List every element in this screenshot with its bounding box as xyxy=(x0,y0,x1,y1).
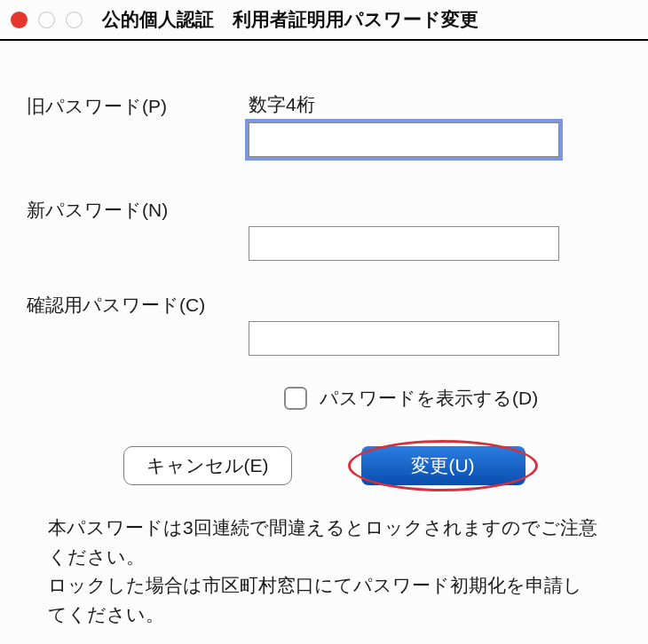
close-window-button[interactable] xyxy=(11,12,28,28)
confirm-password-row: 確認用パスワード(C) xyxy=(27,291,621,356)
submit-button[interactable]: 変更(U) xyxy=(361,446,526,485)
new-password-field-wrap xyxy=(249,196,621,261)
confirm-password-label: 確認用パスワード(C) xyxy=(27,291,249,318)
minimize-window-button[interactable] xyxy=(38,12,55,28)
window-title: 公的個人認証 利用者証明用パスワード変更 xyxy=(102,7,478,32)
notice-line-1: 本パスワードは3回連続で間違えるとロックされますのでご注意ください。 xyxy=(48,514,600,571)
old-password-helper: 数字4桁 xyxy=(249,92,621,117)
confirm-password-field-wrap xyxy=(249,291,621,356)
dialog-content: 旧パスワード(P) 数字4桁 新パスワード(N) 確認用パスワード(C) パスワ… xyxy=(0,41,648,629)
submit-button-highlight-wrap: 変更(U) xyxy=(361,446,526,485)
show-password-row[interactable]: パスワードを表示する(D) xyxy=(284,386,621,411)
old-password-row: 旧パスワード(P) 数字4桁 xyxy=(27,92,621,157)
new-password-input[interactable] xyxy=(249,226,559,261)
traffic-lights xyxy=(11,12,83,28)
new-password-label: 新パスワード(N) xyxy=(27,196,249,223)
show-password-label: パスワードを表示する(D) xyxy=(320,386,538,411)
notice-line-2: ロックした場合は市区町村窓口にてパスワード初期化を申請してください。 xyxy=(48,571,600,629)
old-password-input[interactable] xyxy=(249,122,559,157)
confirm-password-input[interactable] xyxy=(249,321,559,356)
notice-text: 本パスワードは3回連続で間違えるとロックされますのでご注意ください。 ロックした… xyxy=(27,514,621,629)
maximize-window-button[interactable] xyxy=(66,12,83,28)
old-password-label: 旧パスワード(P) xyxy=(27,92,249,119)
window-titlebar: 公的個人認証 利用者証明用パスワード変更 xyxy=(0,0,648,41)
old-password-field-wrap: 数字4桁 xyxy=(249,92,621,157)
button-row: キャンセル(E) 変更(U) xyxy=(27,446,621,485)
new-password-row: 新パスワード(N) xyxy=(27,196,621,261)
cancel-button[interactable]: キャンセル(E) xyxy=(123,446,292,485)
show-password-checkbox[interactable] xyxy=(284,387,307,410)
